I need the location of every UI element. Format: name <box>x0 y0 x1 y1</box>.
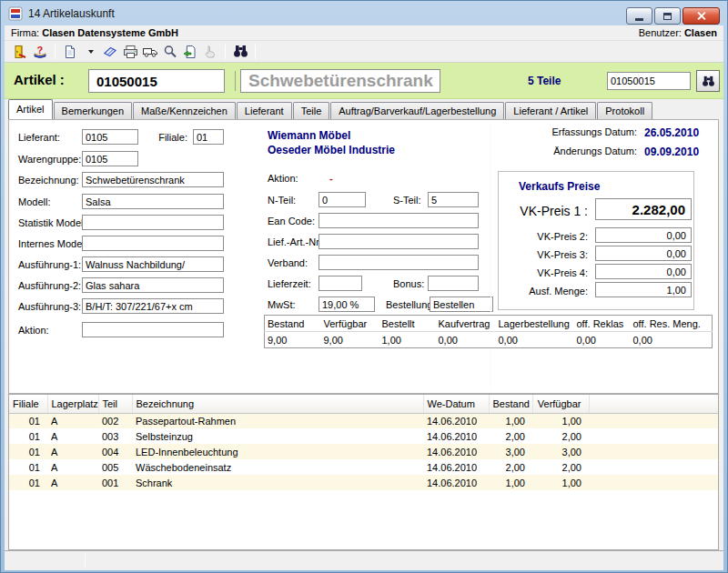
find-button[interactable] <box>230 42 250 62</box>
vk-preis3-input[interactable] <box>595 246 692 261</box>
delivery-truck-button[interactable] <box>140 42 160 62</box>
article-find-button[interactable] <box>696 70 720 92</box>
help-icon: ? <box>33 45 47 59</box>
tab-lieferant[interactable]: Lieferant <box>237 102 292 119</box>
warengruppe-label: Warengruppe: <box>18 154 81 165</box>
ausfuehrung3-input[interactable] <box>82 298 224 314</box>
app-window: 14 Artikelauskunft Firma: Clasen Datensy… <box>0 0 728 573</box>
supplier-aktion-value: - <box>329 173 333 184</box>
modell-input[interactable] <box>82 194 224 209</box>
vk-preis1-input[interactable] <box>595 198 692 220</box>
vk-preis2-label: VK-Preis 2: <box>482 231 588 242</box>
vk-preis4-input[interactable] <box>595 264 692 279</box>
eraser-button[interactable] <box>100 42 120 62</box>
mwst-label: MwSt: <box>268 299 296 310</box>
article-header-bar: Artikel : 5 Teile <box>5 63 723 99</box>
ausf-menge-label: Ausf. Menge: <box>482 286 588 297</box>
window-title: 14 Artikelauskunft <box>28 7 115 20</box>
lief-art-nr-input[interactable] <box>318 234 479 249</box>
new-document-button[interactable] <box>60 42 80 62</box>
ean-label: Ean Code: <box>268 216 315 226</box>
bezeichnung-input[interactable] <box>82 172 224 187</box>
chevron-down-icon <box>88 50 94 54</box>
parts-row[interactable]: 01 A 001 Schrank 14.06.2010 1,00 1,00 <box>9 475 718 490</box>
tab-masse-kennzeichen[interactable]: Maße/Kennzeichen <box>133 102 236 119</box>
nteil-label: N-Teil: <box>268 195 296 206</box>
statistik-modell-input[interactable] <box>82 215 224 230</box>
info-bar: Firma: Clasen Datensysteme GmbH Benutzer… <box>5 25 723 41</box>
ausfuehrung2-input[interactable] <box>82 277 224 293</box>
aenderungs-datum-label: Änderungs Datum: <box>500 146 637 156</box>
vk-preis1-label: VK-Preis 1 : <box>464 204 588 218</box>
article-number-input[interactable] <box>88 69 225 93</box>
new-document-icon <box>63 45 77 59</box>
verkaufspreise-heading: Verkaufs Preise <box>519 180 600 193</box>
statistik-modell-label: Statistik Modell: <box>18 217 88 228</box>
parts-row[interactable]: 01 A 004 LED-Innenbeleuchtung 14.06.2010… <box>9 444 718 459</box>
internes-modell-input[interactable] <box>82 236 224 251</box>
ausfuehrung3-label: Ausführung-3: <box>18 301 81 312</box>
search-button[interactable] <box>160 42 180 62</box>
tab-protokoll[interactable]: Protokoll <box>597 102 652 119</box>
document-dropdown-button[interactable] <box>80 42 100 62</box>
vk-preis4-label: VK-Preis 4: <box>482 267 588 278</box>
divider <box>235 71 236 91</box>
stock-summary-header-row: Bestand Verfügbar Bestellt Kaufvertrag L… <box>265 316 713 332</box>
pointer-button[interactable] <box>200 42 220 62</box>
ean-input[interactable] <box>318 213 479 228</box>
vk-preis2-input[interactable] <box>595 227 692 243</box>
tab-teile[interactable]: Teile <box>293 102 330 119</box>
print-button[interactable] <box>120 42 140 62</box>
filiale-input[interactable] <box>193 129 224 145</box>
bestellung-label: Bestellung: <box>386 299 435 310</box>
tab-bemerkungen[interactable]: Bemerkungen <box>54 102 133 119</box>
stock-summary-table: Bestand Verfügbar Bestellt Kaufvertrag L… <box>264 315 713 348</box>
parts-list: Filiale Lagerplatz Teil Bezeichnung We-D… <box>8 394 719 550</box>
lieferzeit-input[interactable] <box>318 276 362 291</box>
tab-artikel[interactable]: Artikel <box>8 99 53 119</box>
stock-summary-value-row: 9,00 9,00 1,00 0,00 0,00 0,00 0,00 <box>265 332 713 348</box>
bonus-label: Bonus: <box>393 278 424 289</box>
verband-input[interactable] <box>318 255 479 270</box>
binoculars-icon <box>702 75 715 87</box>
mwst-input[interactable] <box>318 297 375 312</box>
ausfuehrung2-label: Ausführung-2: <box>18 280 81 291</box>
parts-row[interactable]: 01 A 002 Passepartout-Rahmen 14.06.2010 … <box>9 413 718 428</box>
print-icon <box>123 45 138 59</box>
close-button[interactable] <box>682 7 720 25</box>
maximize-button[interactable] <box>654 7 681 25</box>
aktion-input[interactable] <box>82 322 224 337</box>
binoculars-icon <box>233 45 248 58</box>
erfassungs-datum-value: 26.05.2010 <box>644 126 699 139</box>
close-icon <box>696 11 706 21</box>
tab-lieferant-artikel[interactable]: Lieferant / Artikel <box>505 102 596 119</box>
bonus-input[interactable] <box>428 276 479 291</box>
parts-row[interactable]: 01 A 003 Selbsteinzug 14.06.2010 2,00 2,… <box>9 428 718 444</box>
help-button[interactable]: ? <box>30 42 50 62</box>
supplier-name-line1: Wiemann Möbel <box>268 129 350 142</box>
toolbar-separator <box>225 45 226 59</box>
ausf-menge-input[interactable] <box>595 282 692 297</box>
modell-label: Modell: <box>18 196 50 207</box>
tab-auftrag-barverkauf-lagerbestellung[interactable]: Auftrag/Barverkauf/Lagerbestellung <box>330 102 504 119</box>
bestellung-input[interactable] <box>430 297 493 312</box>
article-search-input[interactable] <box>607 72 691 90</box>
article-description-input[interactable] <box>240 69 440 93</box>
aenderungs-datum-value: 09.09.2010 <box>644 146 699 158</box>
lieferant-label: Lieferant: <box>18 132 60 143</box>
parts-row[interactable]: 01 A 005 Wäschebodeneinsatz 14.06.2010 2… <box>9 459 718 475</box>
eraser-icon <box>103 45 117 59</box>
exit-button[interactable] <box>10 42 30 62</box>
search-icon <box>163 45 177 59</box>
lieferant-input[interactable] <box>82 129 138 145</box>
warengruppe-input[interactable] <box>82 151 138 166</box>
edit-document-button[interactable] <box>180 42 200 62</box>
nteil-input[interactable] <box>318 192 366 207</box>
toolbar: ? <box>5 41 723 63</box>
minimize-icon <box>635 18 643 21</box>
ausfuehrung1-input[interactable] <box>82 256 224 272</box>
article-form-panel: Lieferant: Filiale: Warengruppe: Bezeich… <box>8 119 719 394</box>
filiale-label: Filiale: <box>147 132 187 143</box>
internes-modell-label: Internes Modell: <box>18 238 89 249</box>
minimize-button[interactable] <box>626 7 652 25</box>
